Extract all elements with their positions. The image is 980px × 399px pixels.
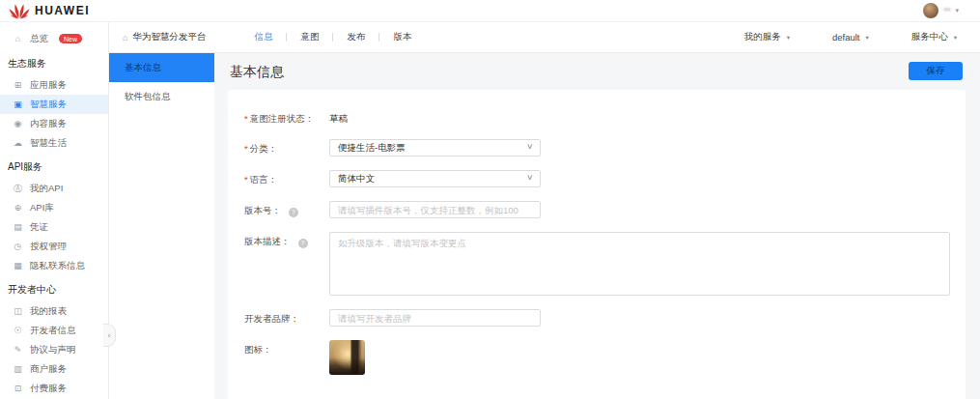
page-title: 基本信息 — [230, 64, 284, 81]
tab-separator — [332, 33, 333, 42]
category-label: 分类： — [250, 143, 278, 154]
info-icon[interactable]: ? — [298, 239, 308, 248]
form-row-status: *意图注册状态： 草稿 — [244, 109, 950, 126]
app-icon-thumbnail[interactable] — [329, 340, 365, 375]
sidebar-item-paid-services[interactable]: ⊡ 付费服务 — [0, 379, 108, 398]
category-select[interactable]: 便捷生活-电影票 ∨ — [329, 139, 541, 157]
sidebar-item-label: 凭证 — [30, 221, 48, 234]
sidebar-item-content-services[interactable]: ◉ 内容服务 — [0, 114, 108, 133]
sidebar-item-label: 商户服务 — [30, 363, 67, 376]
my-api-icon: Ⓐ — [13, 183, 23, 195]
field-label: *语言： — [244, 170, 329, 187]
sidebar-item-label: 智慧服务 — [30, 99, 67, 111]
api-library-icon: ⊕ — [13, 203, 23, 213]
info-icon[interactable]: ? — [289, 208, 298, 217]
sidebar-item-label: 付费服务 — [30, 383, 67, 395]
credentials-icon: ▤ — [13, 222, 23, 232]
chevron-down-icon: ∨ — [526, 173, 534, 182]
service-center-dropdown[interactable]: 服务中心 ▾ — [911, 31, 957, 43]
sidebar-collapse-handle[interactable]: ‹ — [103, 324, 116, 347]
privacy-contact-icon: ▦ — [13, 261, 23, 271]
sidebar-item-auth-management[interactable]: ◷ 授权管理 — [0, 237, 108, 256]
reports-icon: ◫ — [13, 306, 23, 316]
sidebar-item-privacy-contact[interactable]: ▦ 隐私联系信息 — [0, 256, 108, 275]
huawei-logo: HUAWEI — [0, 3, 90, 19]
sidebar-item-my-reports[interactable]: ◫ 我的报表 — [0, 301, 108, 321]
sidebar-item-app-services[interactable]: ⊞ 应用服务 — [0, 75, 108, 95]
tab-publish[interactable]: 发布 — [347, 31, 365, 43]
version-desc-textarea[interactable] — [329, 232, 950, 296]
chevron-down-icon: ∨ — [526, 142, 534, 151]
sidebar-item-label: API库 — [30, 202, 54, 214]
user-name-masked: ** — [943, 6, 950, 15]
subnav-package-info[interactable]: 软件包信息 — [109, 82, 214, 111]
tab-version[interactable]: 版本 — [393, 31, 411, 43]
dropdown-label: default — [832, 32, 860, 43]
version-label: 版本号： — [244, 205, 281, 215]
default-dropdown[interactable]: default ▾ — [832, 32, 869, 43]
user-caret-icon: ▾ — [955, 7, 959, 14]
primary-sidebar: ⌂ 总览 New 生态服务 ⊞ 应用服务 ▣ 智慧服务 ◉ 内容服务 ☁ 智慧生… — [0, 22, 109, 399]
sidebar-section-eco: 生态服务 — [0, 49, 108, 75]
sidebar-section-devcenter: 开发者中心 — [0, 275, 108, 301]
language-select[interactable]: 简体中文 ∨ — [329, 170, 541, 187]
tab-bar: ⌂ 华为智慧分发平台 信息 意图 发布 版本 我的服务 ▾ default ▾ … — [109, 22, 980, 53]
sidebar-item-label: 我的API — [30, 183, 63, 195]
field-label: 版本号：? — [244, 201, 329, 218]
field-label: *意图注册状态： — [244, 109, 329, 126]
home-icon: ⌂ — [13, 34, 23, 43]
top-header: HUAWEI ** ▾ — [0, 0, 980, 22]
sidebar-item-label: 授权管理 — [30, 241, 67, 253]
sidebar-item-smart-services[interactable]: ▣ 智慧服务 — [0, 95, 108, 114]
sidebar-item-label: 应用服务 — [30, 79, 67, 92]
form-row-icon: 图标： — [244, 340, 950, 375]
caret-down-icon: ▾ — [787, 34, 790, 42]
smart-life-icon: ☁ — [13, 138, 23, 148]
sidebar-item-api-library[interactable]: ⊕ API库 — [0, 198, 108, 217]
sidebar-item-overview[interactable]: ⌂ 总览 New — [0, 28, 108, 49]
sidebar-item-label: 开发者信息 — [30, 325, 76, 337]
sidebar-item-merchant-services[interactable]: ▥ 商户服务 — [0, 359, 108, 379]
brand-input[interactable] — [329, 309, 541, 327]
form-row-version-desc: 版本描述：? — [244, 232, 950, 296]
version-input[interactable] — [329, 201, 541, 218]
tab-info[interactable]: 信息 — [254, 31, 272, 43]
content-service-icon: ◉ — [13, 119, 23, 128]
caret-down-icon: ▾ — [865, 34, 868, 42]
field-label: 图标： — [244, 340, 329, 375]
logo-wordmark: HUAWEI — [35, 4, 90, 17]
status-value: 草稿 — [329, 109, 348, 126]
secondary-sidebar: 基本信息 软件包信息 — [109, 53, 214, 399]
sidebar-section-api: API服务 — [0, 153, 108, 179]
my-services-dropdown[interactable]: 我的服务 ▾ — [744, 31, 790, 43]
sidebar-item-agreements[interactable]: ✎ 协议与声明 — [0, 340, 108, 359]
field-label: *分类： — [244, 139, 329, 157]
merchant-icon: ▥ — [13, 364, 23, 374]
subnav-basic-info[interactable]: 基本信息 — [109, 53, 214, 82]
tabs-group: 信息 意图 发布 版本 — [254, 31, 411, 43]
dropdown-label: 服务中心 — [911, 31, 948, 43]
brand-label: 开发者品牌： — [244, 313, 299, 324]
user-menu[interactable]: ** ▾ — [923, 3, 980, 18]
new-badge: New — [59, 34, 82, 43]
sidebar-item-smart-life[interactable]: ☁ 智慧生活 — [0, 133, 108, 153]
sidebar-item-developer-info[interactable]: ☉ 开发者信息 — [0, 321, 108, 340]
user-avatar[interactable] — [923, 3, 938, 18]
category-selected-value: 便捷生活-电影票 — [338, 142, 406, 155]
sidebar-item-my-api[interactable]: Ⓐ 我的API — [0, 179, 108, 198]
tab-intent[interactable]: 意图 — [300, 31, 319, 43]
tab-separator — [378, 33, 379, 42]
field-label: 版本描述：? — [244, 232, 329, 296]
sidebar-item-credentials[interactable]: ▤ 凭证 — [0, 217, 108, 237]
language-selected-value: 简体中文 — [338, 173, 375, 185]
collapse-chevron-icon: ‹ — [108, 331, 111, 340]
save-button[interactable]: 保存 — [909, 62, 963, 80]
sidebar-item-label: 内容服务 — [30, 118, 67, 130]
form-row-language: *语言： 简体中文 ∨ — [244, 170, 950, 187]
caret-down-icon: ▾ — [954, 34, 957, 42]
sidebar-item-label: 隐私联系信息 — [30, 260, 85, 272]
tab-separator — [286, 33, 287, 42]
required-mark: * — [244, 174, 248, 185]
form-row-brand: 开发者品牌： — [244, 309, 950, 327]
top-dropdowns: 我的服务 ▾ default ▾ 服务中心 ▾ — [744, 31, 980, 43]
